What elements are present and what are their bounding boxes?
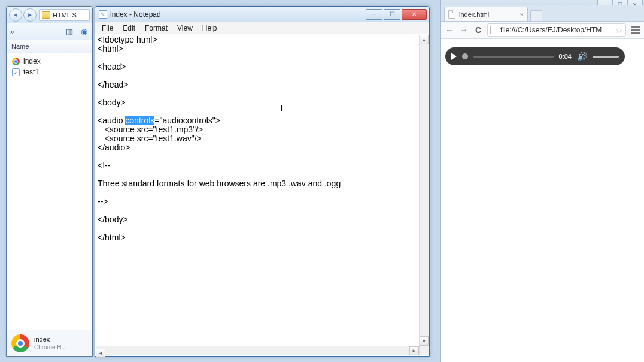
code-content[interactable]: <!doctype html> <html> <head> </head> <b…: [98, 35, 427, 242]
maximize-button[interactable]: ☐: [384, 9, 400, 20]
explorer-toolbar: » ▥ ◉: [7, 23, 92, 40]
notepad-titlebar[interactable]: ✎ index - Notepad ─ ☐ ✕: [95, 7, 429, 22]
menu-format[interactable]: Format: [141, 23, 172, 34]
chrome-icon: [11, 334, 29, 352]
file-name-label: index: [23, 57, 41, 65]
nav-back-button[interactable]: ◄: [9, 8, 22, 22]
seek-track[interactable]: [473, 56, 554, 58]
breadcrumb[interactable]: HTML S: [39, 9, 90, 21]
scroll-right-button[interactable]: ►: [409, 346, 419, 355]
text-cursor-icon: I: [280, 103, 283, 114]
file-item-index[interactable]: index: [7, 56, 92, 67]
resize-grip[interactable]: [419, 346, 429, 355]
scroll-left-button[interactable]: ◄: [96, 349, 105, 358]
music-icon: ♪: [12, 68, 20, 76]
new-tab-button[interactable]: [530, 10, 542, 21]
volume-icon[interactable]: 🔊: [577, 52, 587, 61]
browser-tab[interactable]: index.html ×: [444, 7, 528, 21]
seek-thumb[interactable]: [462, 53, 468, 59]
volume-slider[interactable]: [593, 56, 619, 58]
reload-button[interactable]: C: [473, 25, 484, 35]
page-content: 0:04 🔊: [441, 39, 644, 362]
explorer-window: ◄ ► HTML S » ▥ ◉ Name index ♪ test1 inde…: [6, 6, 93, 357]
audio-player: 0:04 🔊: [445, 47, 625, 65]
bookmark-star-icon[interactable]: ☆: [615, 25, 623, 35]
help-icon[interactable]: ◉: [79, 27, 89, 37]
notepad-window: ✎ index - Notepad ─ ☐ ✕ File Edit Format…: [95, 6, 430, 357]
file-list: index ♪ test1: [7, 53, 92, 330]
task-name: index: [34, 336, 66, 343]
back-button[interactable]: ←: [444, 25, 455, 35]
menu-edit[interactable]: Edit: [119, 23, 139, 34]
task-subtitle: Chrome H...: [34, 343, 66, 351]
page-icon: [448, 10, 455, 19]
tab-strip: index.html ×: [441, 5, 644, 21]
tab-title: index.html: [459, 11, 517, 18]
minimize-button[interactable]: ─: [366, 9, 382, 20]
horizontal-scrollbar[interactable]: ◄ ►: [96, 346, 419, 355]
explorer-titlebar[interactable]: ◄ ► HTML S: [7, 7, 92, 23]
time-display: 0:04: [559, 53, 572, 60]
column-header-name[interactable]: Name: [7, 40, 92, 53]
nav-forward-button[interactable]: ►: [23, 8, 37, 22]
chrome-window: ─ ☐ ✕ index.html × ← → C file:///C:/User…: [440, 0, 644, 362]
scroll-up-button[interactable]: ▲: [420, 35, 429, 44]
breadcrumb-label: HTML S: [53, 11, 77, 19]
menu-file[interactable]: File: [98, 23, 117, 34]
menu-view[interactable]: View: [173, 23, 197, 34]
organize-menu[interactable]: »: [10, 28, 14, 36]
notepad-menubar: File Edit Format View Help: [95, 22, 429, 34]
tab-close-button[interactable]: ×: [520, 11, 524, 18]
forward-button[interactable]: →: [458, 25, 469, 35]
menu-button[interactable]: [630, 26, 640, 34]
chrome-frame[interactable]: ─ ☐ ✕: [441, 0, 644, 5]
file-name-label: test1: [23, 68, 39, 76]
text-selection: controls: [125, 116, 154, 125]
window-title: index - Notepad: [110, 10, 161, 19]
close-button[interactable]: ✕: [402, 9, 427, 20]
browser-toolbar: ← → C file:///C:/Users/EJ/Desktop/HTM ☆: [441, 21, 644, 39]
view-options-icon[interactable]: ▥: [65, 27, 74, 37]
vertical-scrollbar[interactable]: ▲ ▼: [419, 35, 429, 346]
notepad-editor[interactable]: <!doctype html> <html> <head> </head> <b…: [95, 34, 429, 356]
chrome-icon: [12, 58, 20, 65]
file-item-test1[interactable]: ♪ test1: [7, 67, 92, 77]
folder-icon: [42, 11, 50, 19]
play-button[interactable]: [451, 53, 457, 60]
address-bar[interactable]: file:///C:/Users/EJ/Desktop/HTM ☆: [487, 23, 626, 37]
menu-help[interactable]: Help: [198, 23, 221, 34]
notepad-icon: ✎: [99, 10, 107, 19]
file-protocol-icon: [490, 26, 497, 34]
taskbar-chrome-item[interactable]: index Chrome H...: [7, 330, 92, 356]
scroll-down-button[interactable]: ▼: [420, 336, 429, 346]
url-text: file:///C:/Users/EJ/Desktop/HTM: [500, 26, 602, 34]
